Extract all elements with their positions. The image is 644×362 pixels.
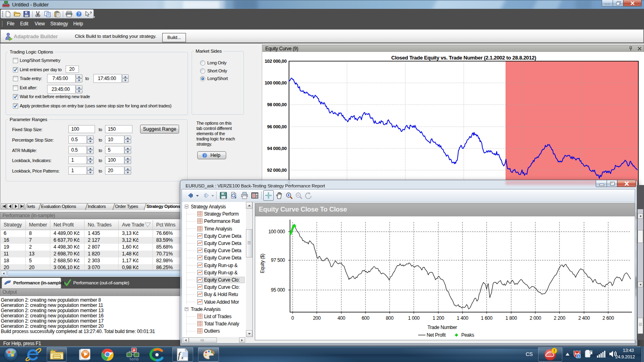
svg-text:x: x [181, 354, 184, 360]
svg-text:i: i [578, 354, 579, 358]
svg-text:TOTO: TOTO [129, 358, 138, 361]
svg-text:?: ? [90, 11, 92, 15]
svg-text:?: ? [78, 12, 80, 16]
svg-text:!: ! [553, 348, 555, 353]
svg-text:?: ? [204, 154, 206, 158]
